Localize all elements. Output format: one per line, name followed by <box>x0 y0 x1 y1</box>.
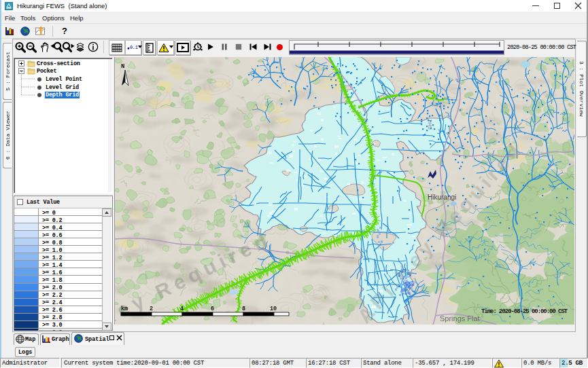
svg-text:10: 10 <box>270 306 277 312</box>
svg-text:SH1: SH1 <box>427 119 433 130</box>
svg-text:Time: 2020-08-25 00:00:00 CST: Time: 2020-08-25 00:00:00 CST <box>481 308 568 315</box>
svg-text:N: N <box>121 63 124 70</box>
svg-text:6: 6 <box>211 306 214 312</box>
svg-text:Hikurangi: Hikurangi <box>428 194 456 201</box>
svg-text:km: km <box>121 306 128 312</box>
svg-text:8: 8 <box>242 306 245 312</box>
svg-text:4: 4 <box>180 306 184 312</box>
svg-text:Springs Flat: Springs Flat <box>440 314 480 323</box>
svg-text:2: 2 <box>150 306 153 312</box>
